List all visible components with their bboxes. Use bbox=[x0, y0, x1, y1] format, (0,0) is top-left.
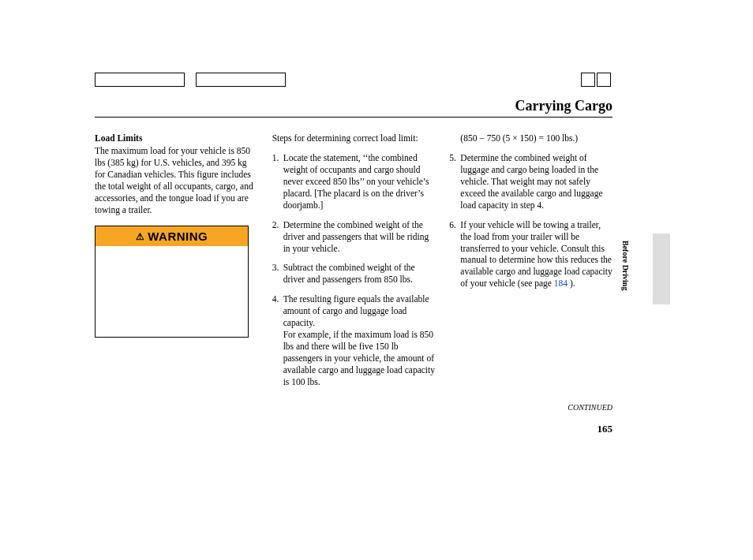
title-rule bbox=[95, 117, 613, 118]
list-text: The resulting figure equals the availabl… bbox=[283, 293, 436, 388]
list-number: 3. bbox=[272, 262, 283, 286]
placeholder-box-2 bbox=[196, 73, 286, 87]
top-small-boxes bbox=[581, 73, 611, 87]
side-tab bbox=[653, 233, 670, 304]
list-text: Subtract the combined weight of the driv… bbox=[283, 262, 436, 286]
list-text: If your vehicle will be towing a trailer… bbox=[460, 219, 613, 290]
warning-triangle-icon: ⚠ bbox=[136, 231, 145, 244]
list-item: 6.If your vehicle will be towing a trail… bbox=[449, 219, 613, 290]
list-item: 1.Locate the statement, ‘‘the combined w… bbox=[272, 152, 436, 211]
load-limits-heading: Load Limits bbox=[95, 133, 258, 144]
steps-intro: Steps for determining correct load limit… bbox=[272, 133, 436, 144]
list-number: 4. bbox=[272, 293, 283, 388]
list-number: 1. bbox=[272, 152, 283, 211]
placeholder-box-1 bbox=[95, 73, 185, 87]
column-3: (850 − 750 (5 × 150) = 100 lbs.) 5.Deter… bbox=[449, 133, 613, 396]
page-link[interactable]: 184 bbox=[554, 278, 568, 288]
list-text: Determine the combined weight of luggage… bbox=[460, 152, 613, 211]
section-side-label: Before Driving bbox=[621, 241, 630, 290]
continued-label: CONTINUED bbox=[568, 403, 613, 412]
list-text-pre: If your vehicle will be towing a trailer… bbox=[460, 220, 612, 289]
page-title: Carrying Cargo bbox=[515, 98, 613, 114]
list-item: 2.Determine the combined weight of the d… bbox=[272, 219, 436, 255]
list-number: 5. bbox=[449, 152, 460, 211]
list-item: 4.The resulting figure equals the availa… bbox=[272, 293, 436, 388]
list-number: 6. bbox=[449, 219, 460, 290]
load-limits-para: The maximum load for your vehicle is 850… bbox=[95, 145, 258, 216]
list-item: 3.Subtract the combined weight of the dr… bbox=[272, 262, 436, 286]
calculation-example: (850 − 750 (5 × 150) = 100 lbs.) bbox=[449, 133, 613, 144]
column-1: Load Limits The maximum load for your ve… bbox=[95, 133, 258, 396]
top-placeholder-boxes bbox=[95, 73, 286, 87]
list-item: 5.Determine the combined weight of lugga… bbox=[449, 152, 613, 211]
steps-list: 1.Locate the statement, ‘‘the combined w… bbox=[272, 152, 436, 388]
warning-header: ⚠WARNING bbox=[96, 226, 248, 247]
warning-label: WARNING bbox=[148, 230, 208, 243]
steps-list-continued: 5.Determine the combined weight of lugga… bbox=[449, 152, 613, 289]
list-number: 2. bbox=[272, 219, 283, 255]
column-2: Steps for determining correct load limit… bbox=[272, 133, 436, 396]
list-text: Determine the combined weight of the dri… bbox=[283, 219, 436, 255]
list-text: Locate the statement, ‘‘the combined wei… bbox=[283, 152, 436, 211]
list-text-post: ). bbox=[568, 278, 575, 288]
small-box-2 bbox=[597, 73, 611, 87]
page-number: 165 bbox=[598, 423, 613, 435]
small-box-1 bbox=[581, 73, 595, 87]
content-area: Load Limits The maximum load for your ve… bbox=[95, 133, 613, 396]
warning-box: ⚠WARNING bbox=[95, 226, 249, 338]
